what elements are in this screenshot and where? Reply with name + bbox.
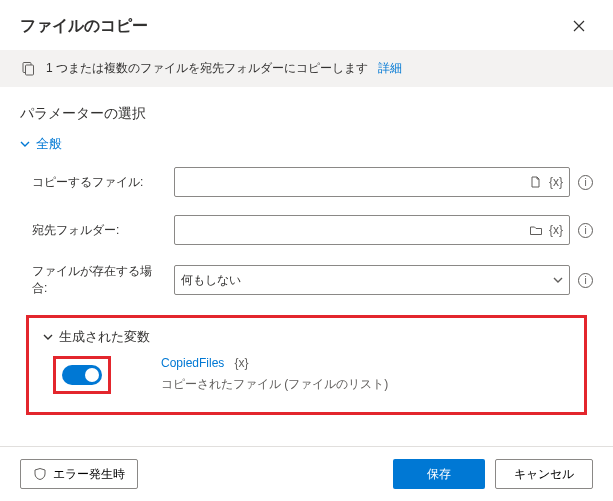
cancel-button[interactable]: キャンセル bbox=[495, 459, 593, 489]
variable-token-icon: {x} bbox=[234, 356, 248, 370]
dialog-title: ファイルのコピー bbox=[20, 16, 148, 37]
generated-accordion[interactable]: 生成された変数 bbox=[43, 328, 570, 346]
variable-name[interactable]: CopiedFiles bbox=[161, 356, 224, 370]
params-section-title: パラメーターの選択 bbox=[20, 105, 593, 123]
variable-description: コピーされたファイル (ファイルのリスト) bbox=[161, 376, 388, 393]
general-label: 全般 bbox=[36, 135, 62, 153]
close-icon bbox=[573, 20, 585, 32]
toggle-highlight bbox=[53, 356, 111, 394]
save-button[interactable]: 保存 bbox=[393, 459, 485, 489]
on-error-button[interactable]: エラー発生時 bbox=[20, 459, 138, 489]
file-to-copy-label: コピーするファイル: bbox=[32, 174, 164, 191]
generated-label: 生成された変数 bbox=[59, 328, 150, 346]
folder-picker-icon[interactable] bbox=[529, 223, 543, 237]
variable-token-icon[interactable]: {x} bbox=[549, 223, 563, 237]
if-exists-select[interactable]: 何もしない bbox=[174, 265, 570, 295]
if-exists-value: 何もしない bbox=[181, 272, 241, 289]
shield-icon bbox=[33, 467, 47, 481]
chevron-down-icon bbox=[553, 275, 563, 285]
variable-toggle[interactable] bbox=[62, 365, 102, 385]
toggle-knob bbox=[85, 368, 99, 382]
banner-text: 1 つまたは複数のファイルを宛先フォルダーにコピーします bbox=[46, 60, 368, 77]
generated-variables-section: 生成された変数 CopiedFiles {x} コピーされたファイル (ファイル… bbox=[26, 315, 587, 415]
variable-token-icon[interactable]: {x} bbox=[549, 175, 563, 189]
if-exists-label: ファイルが存在する場合: bbox=[32, 263, 164, 297]
details-link[interactable]: 詳細 bbox=[378, 60, 402, 77]
chevron-down-icon bbox=[20, 139, 30, 149]
destination-label: 宛先フォルダー: bbox=[32, 222, 164, 239]
chevron-down-icon bbox=[43, 332, 53, 342]
copy-icon bbox=[20, 61, 36, 77]
general-accordion[interactable]: 全般 bbox=[20, 135, 593, 153]
svg-rect-1 bbox=[26, 65, 34, 75]
info-icon[interactable]: i bbox=[578, 223, 593, 238]
on-error-label: エラー発生時 bbox=[53, 466, 125, 483]
file-to-copy-input[interactable]: {x} bbox=[174, 167, 570, 197]
destination-input[interactable]: {x} bbox=[174, 215, 570, 245]
info-icon[interactable]: i bbox=[578, 175, 593, 190]
info-icon[interactable]: i bbox=[578, 273, 593, 288]
file-picker-icon[interactable] bbox=[529, 175, 543, 189]
close-button[interactable] bbox=[565, 12, 593, 40]
info-banner: 1 つまたは複数のファイルを宛先フォルダーにコピーします 詳細 bbox=[0, 50, 613, 87]
